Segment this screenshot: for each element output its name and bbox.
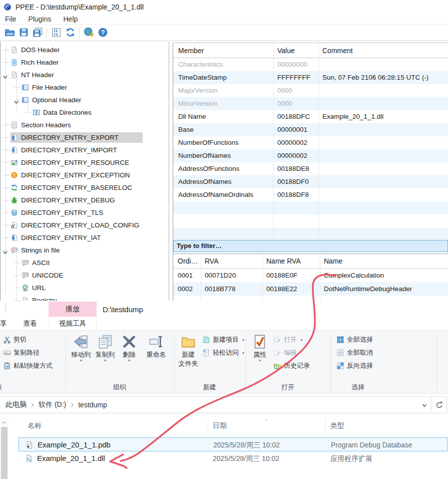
ribbon-edit-button[interactable]: 编辑	[273, 347, 297, 359]
tree-item-directory-entry-resource[interactable]: DIRECTORY_ENTRY_RESOURCE	[1, 156, 169, 169]
breadcrumb-testdump[interactable]: testdump	[78, 401, 107, 409]
column-header-comment[interactable]: Comment	[322, 43, 447, 58]
export-row-dotnetruntimedebugheader[interactable]: 00020018B77800188E22DotNetRuntimeDebugHe…	[173, 282, 448, 296]
toolbar-open-file-button[interactable]	[3, 26, 17, 39]
tree-item-section-headers[interactable]: Section Headers	[1, 119, 169, 131]
tree-item-label: NT Header	[21, 71, 54, 79]
tab-video-tools[interactable]: 视频工具	[49, 317, 97, 331]
ribbon-copy-path-button[interactable]: 复制路径	[3, 347, 40, 359]
member-row[interactable]: AddressOfNames00188DF0	[173, 175, 448, 188]
chevron-down-icon: ▾	[242, 338, 244, 342]
tree-item-directory-entry-export[interactable]: DIRECTORY_ENTRY_EXPORT	[1, 131, 169, 144]
tree-item-directory-entry-debug[interactable]: DIRECTORY_ENTRY_DEBUG	[1, 194, 169, 206]
column-header-name[interactable]: 名称	[28, 417, 42, 434]
column-header-value[interactable]: Value	[277, 43, 317, 58]
tab-share-partial[interactable]: 享	[0, 317, 8, 331]
tree-item-optional-header[interactable]: Optional Header	[1, 94, 169, 106]
member-row[interactable]	[173, 214, 448, 227]
ribbon-rename-button[interactable]: 重命名	[142, 333, 170, 372]
ribbon-open-button[interactable]: 打开 ▾	[273, 334, 302, 346]
file-row-example-20-1-1-pdb[interactable]: Example_20_1_1.pdb2025/5/28/周三 10:02Prog…	[19, 437, 447, 451]
ribbon-delete-button[interactable]: 删除 ▾	[119, 333, 140, 372]
breadcrumb-drive-d[interactable]: 软件 (D:)	[39, 400, 66, 409]
expander-icon[interactable]	[13, 97, 19, 103]
file-row-example-20-1-1-dll[interactable]: Example_20_1_1.dll2025/5/28/周三 10:02应用程序…	[19, 451, 447, 465]
explorer-ribbon: 剪切 复制路径 粘贴快捷方式 板 移动到 ▾ 复制到 ▾	[0, 331, 448, 394]
ribbon-new-folder-button[interactable]: 新建 文件夹	[176, 333, 200, 372]
tab-play[interactable]: 播放	[49, 302, 97, 317]
member-row[interactable]: AddressOfFunctions00188DE8	[173, 162, 448, 175]
menu-file[interactable]: File	[5, 15, 17, 23]
ribbon-cut-button[interactable]: 剪切	[3, 334, 27, 346]
ribbon-invert-selection-button[interactable]: 反向选择	[336, 360, 373, 372]
ribbon-copy-to-button[interactable]: 复制到 ▾	[94, 333, 117, 372]
ribbon-paste-shortcut-button[interactable]: 粘贴快捷方式	[3, 360, 53, 372]
tree-item-directory-entry-exception[interactable]: DIRECTORY_ENTRY_EXCEPTION	[1, 169, 169, 181]
filter-input[interactable]: Type to filter…	[173, 240, 448, 252]
member-row[interactable]: NumberOfNames00000002	[173, 149, 448, 162]
tree-item-file-header[interactable]: File Header	[1, 81, 169, 94]
tab-view[interactable]: 查看	[19, 317, 41, 331]
button-label: 全部选择	[347, 335, 373, 344]
ribbon-history-button[interactable]: 历史记录	[273, 360, 310, 372]
member-row[interactable]: Base00000001	[173, 123, 448, 136]
member-row[interactable]: TimeDateStampFFFFFFFFSun, 07 Feb 2106 06…	[173, 71, 448, 84]
tree-item-label: Registry	[32, 297, 57, 301]
tree-item-ascii[interactable]: ASCII	[1, 257, 169, 269]
member-row[interactable]	[173, 227, 448, 241]
toolbar-update-button[interactable]	[82, 26, 96, 39]
address-dropdown-icon[interactable]	[421, 402, 428, 409]
toolbar-save-button[interactable]	[17, 26, 31, 39]
tree-item-nt-header[interactable]: NT Header	[1, 69, 169, 81]
tree-item-unicode[interactable]: UNICODE	[1, 269, 169, 282]
column-header-ordinal[interactable]: Ordi…	[178, 254, 199, 269]
paste-shortcut-icon	[3, 362, 11, 370]
tree-item-directory-entry-import[interactable]: DIRECTORY_ENTRY_IMPORT	[1, 144, 169, 156]
tree-item-directory-entry-load-config[interactable]: DIRECTORY_ENTRY_LOAD_CONFIG	[1, 219, 169, 231]
member-row[interactable]: MinorVersion0000	[173, 97, 448, 110]
ribbon-select-all-button[interactable]: 全部选择	[336, 334, 373, 346]
member-row[interactable]: Dll Name00188DFCExample_20_1_1.dll	[173, 110, 448, 123]
column-header-member[interactable]: Member	[178, 43, 271, 58]
breadcrumb-this-pc[interactable]: 此电脑	[6, 400, 27, 409]
toolbar-hex-bytes-button[interactable]	[49, 26, 63, 39]
export-row-complexcalculation[interactable]: 000100071D2000188E0FComplexCalculation	[173, 269, 448, 282]
member-row[interactable]	[173, 201, 448, 214]
tree-item-strings-in-file[interactable]: Strings in file	[1, 244, 169, 257]
member-row[interactable]: NumberOfFunctions00000002	[173, 136, 448, 149]
menu-plugins[interactable]: Plugins	[29, 15, 52, 23]
doc-icon	[11, 71, 18, 79]
tree-item-directory-entry-iat[interactable]: DIRECTORY_ENTRY_IAT	[1, 231, 169, 244]
column-header-name-rva[interactable]: Name RVA	[266, 254, 317, 269]
tree-item-directory-entry-basereloc[interactable]: DIRECTORY_ENTRY_BASERELOC	[1, 181, 169, 194]
member-row[interactable]: MajorVersion0000	[173, 84, 448, 97]
refresh-icon[interactable]	[435, 401, 443, 409]
toolbar-save-all-button[interactable]	[31, 26, 45, 39]
ribbon-easy-access-button[interactable]: 轻松访问 ▾	[202, 347, 244, 359]
toolbar-refresh-button[interactable]	[63, 26, 77, 39]
tree-item-dos-header[interactable]: DOS Header	[1, 44, 169, 56]
ribbon-select-none-button[interactable]: 全部取消	[336, 347, 373, 359]
column-header-rva[interactable]: RVA	[205, 254, 260, 269]
scrollbar-thumb[interactable]	[1, 427, 8, 479]
tree-item-rich-header[interactable]: Rich Header	[1, 56, 169, 69]
column-header-date[interactable]: 日期	[213, 417, 227, 434]
expander-icon[interactable]	[2, 248, 8, 254]
tree-item-url[interactable]: URL	[1, 282, 169, 294]
tree-item-data-directories[interactable]: Data Directories	[1, 106, 169, 119]
ribbon-new-item-button[interactable]: 新建项目 ▾	[202, 334, 244, 346]
tree-item-registry[interactable]: Registry	[1, 294, 169, 301]
address-bar[interactable]: 此电脑 软件 (D:) testdump	[0, 396, 447, 413]
member-row[interactable]: AddressOfNameOrdinals00188DF8	[173, 188, 448, 201]
ribbon-properties-button[interactable]: 属性 ▾	[249, 333, 271, 372]
ribbon-move-to-button[interactable]: 移动到 ▾	[70, 333, 93, 372]
page-grid-icon	[11, 121, 18, 129]
chevron-down-icon: ▾	[128, 359, 130, 362]
expander-icon[interactable]	[2, 72, 8, 78]
menu-help[interactable]: Help	[63, 15, 78, 23]
column-header-type[interactable]: 类型	[330, 417, 344, 434]
tree-item-directory-entry-tls[interactable]: DIRECTORY_ENTRY_TLS	[1, 206, 169, 219]
column-header-name[interactable]: Name	[324, 254, 446, 269]
toolbar-help-button[interactable]	[96, 26, 110, 39]
member-row[interactable]: Characteristics00000000	[173, 58, 448, 71]
